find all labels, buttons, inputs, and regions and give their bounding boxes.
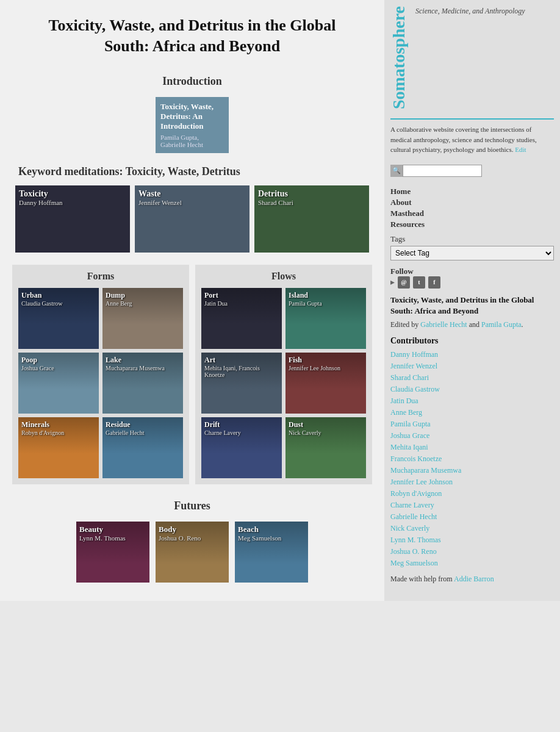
form-label-4: Minerals [21,420,96,429]
intro-card-author: Pamila Gupta, Gabrielle Hecht [160,134,224,148]
flows-card-dust[interactable]: Dust Nick Caverly [285,417,366,478]
tags-select[interactable]: Select Tag [390,246,554,260]
facebook-icon[interactable]: f [428,276,440,289]
contributor-link[interactable]: Anne Berg [390,407,554,418]
flows-card-fish[interactable]: Fish Jennifer Lee Johnson [285,353,366,414]
form-label-0: Urban [21,291,96,300]
flows-section: Flows Port Jatin Dua Island Pamila Gupta [195,265,372,484]
contributor-link[interactable]: Muchaparara Musemwa [390,465,554,476]
sidebar-item-home[interactable]: Home [390,187,554,196]
futures-cards: Beauty Lynn M. Thomas Body Joshua O. Ren… [12,522,372,583]
sidebar-divider [390,118,554,120]
intro-title: Introduction [12,75,372,88]
sidebar-item-about[interactable]: About [390,198,554,207]
flows-card-island[interactable]: Island Pamila Gupta [285,288,366,349]
futures-section: Futures Beauty Lynn M. Thomas Body Joshu… [12,500,372,583]
contributor-link[interactable]: Jennifer Lee Johnson [390,476,554,487]
sidebar-item-masthead[interactable]: Masthead [390,209,554,218]
flows-title: Flows [201,271,366,282]
contributor-link[interactable]: Gabrielle Hecht [390,511,554,522]
editor2-link[interactable]: Pamila Gupta [481,320,522,329]
futures-card-body[interactable]: Body Joshua O. Reno [156,522,229,583]
flows-grid: Port Jatin Dua Island Pamila Gupta Art [201,288,366,478]
flows-card-drift[interactable]: Drift Charne Lavery [201,417,282,478]
forms-flows-container: Forms Urban Claudia Gastrow Dump Anne Be… [12,265,372,484]
flow-author-1: Pamila Gupta [289,300,363,307]
search-icon[interactable]: 🔍 [390,165,403,177]
sidebar-edited: Edited by Gabrielle Hecht and Pamila Gup… [390,319,554,330]
contributor-link[interactable]: Sharad Chari [390,372,554,383]
flows-card-art[interactable]: Art Mehita Iqani, Francois Knoetze [201,353,282,414]
forms-grid: Urban Claudia Gastrow Dump Anne Berg Poo… [18,288,183,478]
forms-card-residue[interactable]: Residue Gabrielle Hecht [102,417,183,478]
contributor-link[interactable]: Robyn d'Avignon [390,488,554,499]
contributor-link[interactable]: Mehita Iqani [390,442,554,453]
form-author-3: Muchaparara Musemwa [106,365,180,371]
follow-container: Follow ▸ @ t f [390,265,554,289]
flows-card-port[interactable]: Port Jatin Dua [201,288,282,349]
futures-card-beauty[interactable]: Beauty Lynn M. Thomas [76,522,149,583]
sidebar-subtitle: Science, Medicine, and Anthropology [415,6,525,16]
contributor-link[interactable]: Claudia Gastrow [390,384,554,395]
keyword-card-waste[interactable]: Waste Jennifer Wenzel [135,185,249,253]
contributor-link[interactable]: Charne Lavery [390,500,554,511]
keywords-section: Keyword meditations: Toxicity, Waste, De… [12,165,372,253]
sidebar-logo: Somatosphere [390,6,407,109]
forms-card-dump[interactable]: Dump Anne Berg [102,288,183,349]
forms-card-poop[interactable]: Poop Joshua Grace [18,353,99,414]
forms-section: Forms Urban Claudia Gastrow Dump Anne Be… [12,265,189,484]
contributors-list: Danny HoffmanJennifer WenzelSharad Chari… [390,349,554,569]
made-with: Made with help from Addie Barron [390,575,554,584]
keywords-title: Keyword meditations: Toxicity, Waste, De… [18,165,372,178]
rss-icon[interactable]: ▸ [390,277,395,287]
forms-card-urban[interactable]: Urban Claudia Gastrow [18,288,99,349]
contributor-link[interactable]: Joshua Grace [390,430,554,441]
helper-link[interactable]: Addie Barron [454,575,494,583]
keyword-label-1: Waste [138,189,246,199]
form-label-3: Lake [106,356,180,365]
sidebar-subtitle-container: Science, Medicine, and Anthropology [412,6,525,16]
twitter-icon[interactable]: t [413,276,425,289]
futures-card-beach[interactable]: Beach Meg Samuelson [235,522,308,583]
contributor-link[interactable]: Lynn M. Thomas [390,534,554,545]
intro-card-title: Toxicity, Waste, Detritus: An Introducti… [160,102,224,131]
futures-author-2: Meg Samuelson [238,534,305,542]
search-input[interactable] [403,165,482,177]
contributor-link[interactable]: Nick Caverly [390,523,554,534]
contributor-link[interactable]: Danny Hoffman [390,349,554,360]
contributor-link[interactable]: Pamila Gupta [390,418,554,429]
contributor-link[interactable]: Jatin Dua [390,395,554,406]
contributor-link[interactable]: Meg Samuelson [390,558,554,569]
page-title: Toxicity, Waste, and Detritus in the Glo… [12,6,372,69]
flow-author-2: Mehita Iqani, Francois Knoetze [204,365,279,378]
editor1-link[interactable]: Gabrielle Hecht [420,320,467,329]
forms-card-minerals[interactable]: Minerals Robyn d'Avignon [18,417,99,478]
contributor-link[interactable]: Francois Knoetze [390,453,554,464]
sidebar-item-resources[interactable]: Resources [390,220,554,229]
intro-card[interactable]: Toxicity, Waste, Detritus: An Introducti… [156,97,229,153]
email-icon[interactable]: @ [398,276,410,289]
follow-label: Follow [390,267,414,276]
flow-label-3: Fish [289,356,363,365]
futures-label-0: Beauty [79,525,146,534]
form-label-2: Poop [21,356,96,365]
sidebar-edit-link[interactable]: Edit [515,146,526,153]
forms-card-lake[interactable]: Lake Muchaparara Musemwa [102,353,183,414]
sidebar-search-container: 🔍 [390,160,554,182]
flow-author-0: Jatin Dua [204,300,279,307]
futures-author-1: Joshua O. Reno [159,534,226,542]
series-title: Toxicity, Waste, and Detritus in the Glo… [390,295,554,317]
sidebar-description: A collaborative website covering the int… [390,124,554,155]
keyword-author-2: Sharad Chari [258,199,365,206]
tags-label: Tags [390,234,554,244]
form-label-5: Residue [106,420,180,429]
keyword-card-toxicity[interactable]: Toxicity Danny Hoffman [15,185,130,253]
intro-section: Introduction Toxicity, Waste, Detritus: … [12,75,372,153]
keyword-label-0: Toxicity [19,189,126,199]
contributor-link[interactable]: Jennifer Wenzel [390,361,554,371]
contributor-link[interactable]: Joshua O. Reno [390,546,554,557]
keyword-card-detritus[interactable]: Detritus Sharad Chari [254,185,369,253]
flow-author-4: Charne Lavery [204,429,279,436]
keyword-label-2: Detritus [258,189,365,199]
flow-author-3: Jennifer Lee Johnson [289,365,363,371]
